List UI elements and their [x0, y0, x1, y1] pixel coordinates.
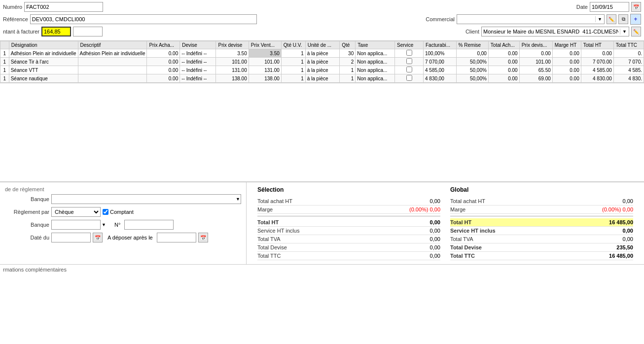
row4-service[interactable] — [395, 74, 424, 83]
row2-service-checkbox[interactable] — [406, 58, 412, 64]
col-header-qte: Qté — [340, 41, 356, 49]
sel-marge-value: (0.00%) 0,00 — [401, 206, 440, 212]
glob-ttc-row: Total TTC 16 485,00 — [450, 252, 633, 260]
row4-descriptif — [78, 74, 147, 83]
table-row[interactable]: 1 Séance nautique 0.00 -- Indéfini -- 13… — [0, 74, 644, 83]
glob-total-achat-row: Total achat HT 0,00 — [450, 197, 633, 206]
banque-arrow-icon[interactable]: ▼ — [236, 197, 240, 202]
row3-service[interactable] — [395, 66, 424, 74]
commercial-copy-button[interactable]: ⧉ — [618, 14, 628, 24]
row1-total-ht: 0.00 — [581, 49, 613, 58]
table-row[interactable]: 1 Séance Tir à l'arc 0.00 -- Indéfini --… — [0, 58, 644, 66]
row2-service[interactable] — [395, 58, 424, 66]
row1-service[interactable] — [395, 49, 424, 58]
reglement-label: Règlement par — [5, 209, 49, 215]
comptant-checkbox-label: Comptant — [103, 209, 134, 215]
banque2-input[interactable] — [51, 220, 101, 230]
sel-tva-label: Total TVA — [257, 236, 281, 242]
row1-total-achat: 0.00 — [488, 49, 519, 58]
glob-tva-row: Total TVA 0,00 — [450, 235, 633, 243]
date-picker-button[interactable]: 📅 — [631, 2, 641, 12]
reference-input[interactable] — [30, 14, 257, 24]
sel-devise-row: Total Devise 0,00 — [257, 243, 440, 252]
col-header-taxe: Taxe — [356, 41, 395, 49]
date-input[interactable] — [590, 2, 629, 12]
table-row[interactable]: 1 Adhésion Plein air individuelle Adhési… — [0, 49, 644, 58]
montant-extra-input[interactable] — [73, 27, 103, 36]
row2-prix-vente: 101.00 — [249, 58, 281, 66]
numero-input[interactable] — [24, 2, 103, 12]
data-table-container: Désignation Descriptif Prix Acha... Devi… — [0, 41, 644, 83]
commercial-input[interactable] — [457, 16, 595, 23]
commercial-add-button[interactable]: + — [630, 14, 641, 25]
client-edit-button[interactable]: ✏️ — [631, 27, 641, 36]
row1-qte: 30 — [340, 49, 356, 58]
deposer-input[interactable] — [157, 233, 196, 242]
row2-num: 1 — [0, 58, 9, 66]
sel-tva-value: 0,00 — [401, 236, 440, 242]
numero2-input[interactable] — [124, 220, 174, 230]
row1-devise: -- Indéfini -- — [180, 49, 216, 58]
row1-total-ttc: 0. — [613, 49, 644, 58]
row2-marge: 0.00 — [552, 58, 581, 66]
montant-input[interactable] — [41, 27, 71, 36]
banque-input[interactable] — [51, 194, 241, 204]
row3-descriptif — [78, 66, 147, 74]
reference-label: Référence — [3, 16, 28, 22]
row3-designation: Séance VTT — [9, 66, 78, 74]
row1-remise: 0,00 — [456, 49, 488, 58]
global-title: Global — [450, 186, 633, 194]
row2-designation: Séance Tir à l'arc — [9, 58, 78, 66]
client-input[interactable] — [482, 28, 620, 35]
commercial-dropdown[interactable]: ▼ — [457, 14, 605, 24]
row3-marge: 0.00 — [552, 66, 581, 74]
sel-ttc-row: Total TTC 0,00 — [257, 252, 440, 260]
client-arrow-icon[interactable]: ▼ — [620, 29, 629, 34]
glob-ttc-value: 16 485,00 — [594, 253, 633, 259]
row2-descriptif — [78, 58, 147, 66]
banque2-arrow-icon[interactable]: ▼ — [102, 222, 106, 227]
row1-designation: Adhésion Plein air individuelle — [9, 49, 78, 58]
row2-prix-devis: 101.00 — [519, 58, 552, 66]
mode-reglement-label: de de règlement — [5, 186, 44, 192]
row1-prix-devis: 0.00 — [519, 49, 552, 58]
date-du-picker[interactable]: 📅 — [93, 233, 103, 242]
glob-ttc-label: Total TTC — [450, 253, 475, 259]
row1-prix-vente: 3.50 — [249, 49, 281, 58]
totals-section: Sélection Total achat HT 0,00 Marge (0.0… — [247, 182, 644, 264]
glob-marge-label: Marge — [450, 206, 465, 212]
row2-qte: 2 — [340, 58, 356, 66]
row3-service-checkbox[interactable] — [406, 67, 412, 72]
col-header-prix-devise: Prix devise — [216, 41, 249, 49]
glob-service-label: Service HT inclus — [450, 228, 496, 234]
row3-prix-devise: 131.00 — [216, 66, 249, 74]
client-dropdown[interactable]: ▼ — [481, 27, 629, 36]
commercial-arrow-icon[interactable]: ▼ — [595, 16, 604, 22]
global-totals: Global Total achat HT 0,00 Marge (0.00%)… — [445, 186, 638, 260]
deposer-label: A déposer après le — [107, 235, 153, 241]
row4-designation: Séance nautique — [9, 74, 78, 83]
col-header-facturable: Facturabi... — [424, 41, 457, 49]
numero-label: Numéro — [3, 4, 22, 10]
commercial-edit-button[interactable]: ✏️ — [607, 14, 616, 24]
row1-taxe: Non applica... — [356, 49, 395, 58]
sel-service-label: Service HT inclus — [257, 228, 299, 234]
comptant-label: Comptant — [110, 209, 134, 215]
reglement-select[interactable]: Chèque — [51, 207, 101, 217]
client-label: Client — [465, 29, 479, 34]
date-du-input[interactable] — [51, 233, 91, 242]
glob-service-row: Service HT inclus 0,00 — [450, 227, 633, 235]
table-row[interactable]: 1 Séance VTT 0.00 -- Indéfini -- 131.00 … — [0, 66, 644, 74]
deposer-picker[interactable]: 📅 — [198, 233, 208, 242]
row4-service-checkbox[interactable] — [406, 75, 412, 81]
glob-total-achat-label: Total achat HT — [450, 198, 485, 204]
glob-tva-label: Total TVA — [450, 236, 473, 242]
numero2-label: N° — [114, 222, 120, 228]
col-header-prix-vente: Prix Vent... — [249, 41, 281, 49]
col-header-qte-uv: Qté U.V. — [281, 41, 305, 49]
col-header-prix-achat: Prix Acha... — [147, 41, 180, 49]
row4-remise: 50,00% — [456, 74, 488, 83]
row1-service-checkbox[interactable] — [406, 50, 412, 56]
comptant-checkbox[interactable] — [103, 209, 108, 215]
banque2-label: Banque — [5, 222, 49, 228]
